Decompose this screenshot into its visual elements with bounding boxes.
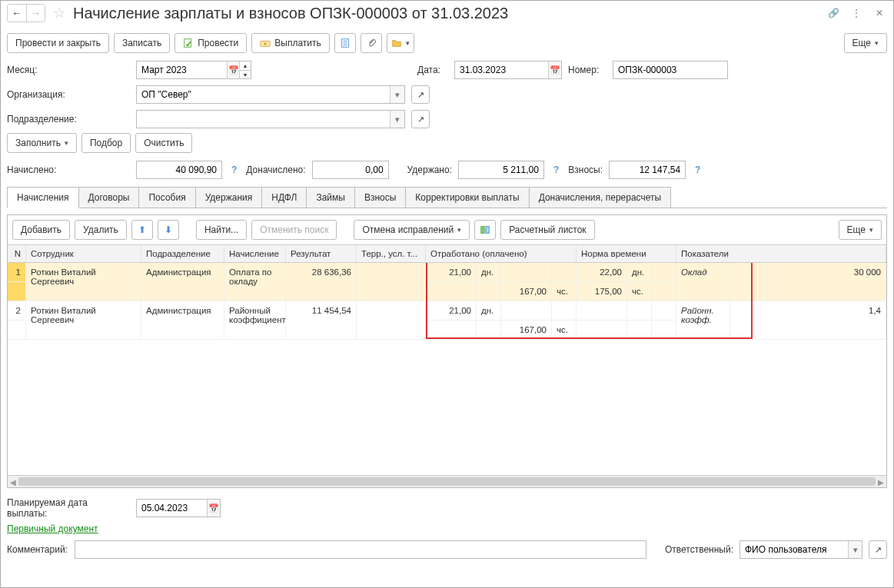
table-row[interactable]: 1 Роткин Виталий Сергеевич Администрация… — [8, 263, 886, 301]
calendar-icon[interactable]: 📅 — [548, 61, 561, 78]
calendar-icon[interactable]: 📅 — [227, 61, 239, 78]
comment-label: Комментарий: — [7, 544, 68, 555]
extra-value — [313, 161, 388, 178]
report-button[interactable] — [334, 33, 356, 53]
more-button[interactable]: Еще▾ — [844, 33, 887, 53]
grid-more-button[interactable]: Еще▾ — [839, 220, 882, 240]
tab-ndfl[interactable]: НДФЛ — [261, 187, 307, 208]
contrib-value — [610, 161, 685, 178]
tab-contracts[interactable]: Договоры — [78, 187, 140, 208]
save-label: Записать — [122, 38, 161, 48]
scroll-left-icon[interactable]: ◀ — [8, 476, 18, 488]
accruals-grid: Добавить Удалить ⬆ ⬇ Найти... Отменить п… — [7, 214, 887, 488]
org-input[interactable] — [137, 86, 390, 103]
cell-terr — [357, 263, 426, 301]
folder-dropdown-button[interactable]: ▾ — [387, 33, 414, 53]
nav-buttons: ← → — [7, 4, 45, 22]
help-icon[interactable]: ? — [228, 164, 240, 175]
primary-doc-link[interactable]: Первичный документ — [7, 523, 98, 534]
grid-delete-button[interactable]: Удалить — [75, 220, 127, 240]
spin-up-icon[interactable]: ▲ — [240, 61, 251, 70]
month-input[interactable] — [137, 61, 227, 78]
responsible-input[interactable] — [740, 541, 848, 558]
tab-loans[interactable]: Займы — [306, 187, 355, 208]
date-input[interactable] — [455, 61, 548, 78]
tab-corrections[interactable]: Корректировки выплаты — [405, 187, 529, 208]
cell-worked-hours: 167,00 — [501, 282, 552, 301]
close-icon[interactable]: ✕ — [872, 5, 887, 21]
grid-columns-button[interactable] — [474, 220, 496, 240]
grid-move-down-button[interactable]: ⬇ — [158, 220, 179, 240]
favorite-star-icon[interactable]: ☆ — [50, 5, 68, 22]
scroll-right-icon[interactable]: ▶ — [876, 476, 886, 488]
dept-open-button[interactable]: ↗ — [411, 110, 430, 128]
grid-move-up-button[interactable]: ⬆ — [131, 220, 153, 240]
dropdown-icon[interactable]: ▾ — [390, 86, 404, 103]
col-indicators[interactable]: Показатели — [676, 245, 886, 262]
spin-down-icon[interactable]: ▼ — [240, 70, 251, 78]
cell-n: 2 — [8, 301, 26, 321]
responsible-field[interactable]: ▾ — [739, 540, 862, 559]
table-row[interactable]: 2 Роткин Виталий Сергеевич Администрация… — [8, 301, 886, 340]
clear-button[interactable]: Очистить — [135, 133, 192, 153]
col-n[interactable]: N — [8, 245, 26, 262]
dropdown-icon[interactable]: ▾ — [848, 541, 862, 558]
dept-input[interactable] — [137, 111, 390, 128]
grid-find-button[interactable]: Найти... — [196, 220, 247, 240]
col-dept[interactable]: Подразделение — [141, 245, 224, 262]
responsible-open-button[interactable]: ↗ — [869, 540, 887, 559]
cell-gap — [652, 301, 676, 321]
comment-field[interactable] — [75, 540, 646, 559]
pick-button[interactable]: Подбор — [81, 133, 131, 153]
col-result[interactable]: Результат — [286, 245, 357, 262]
calendar-icon[interactable]: 📅 — [207, 500, 220, 517]
tab-contributions[interactable]: Взносы — [354, 187, 406, 208]
post-button[interactable]: Провести — [174, 33, 247, 53]
nav-back-button[interactable]: ← — [8, 5, 26, 22]
dropdown-icon[interactable]: ▾ — [390, 111, 404, 128]
col-employee[interactable]: Сотрудник — [26, 245, 141, 262]
dept-field[interactable]: ▾ — [136, 110, 405, 128]
org-open-button[interactable]: ↗ — [411, 85, 430, 104]
org-field[interactable]: ▾ — [136, 85, 405, 104]
planned-date-label: Планируемая дата выплаты: — [7, 497, 130, 519]
planned-date-input[interactable] — [137, 500, 207, 517]
col-accrual[interactable]: Начисление — [224, 245, 286, 262]
tab-accruals[interactable]: Начисления — [7, 187, 79, 208]
tab-recalc[interactable]: Доначисления, перерасчеты — [529, 187, 671, 208]
nav-forward-button[interactable]: → — [26, 5, 45, 22]
grid-cancel-find-button[interactable]: Отменить поиск — [251, 220, 337, 240]
save-button[interactable]: Записать — [114, 33, 170, 53]
col-norm[interactable]: Норма времени — [577, 245, 676, 262]
col-terr[interactable]: Терр., усл. т... — [357, 245, 426, 262]
document-icon — [340, 38, 351, 48]
grid-body[interactable]: 1 Роткин Виталий Сергеевич Администрация… — [8, 263, 886, 475]
date-field[interactable]: 📅 — [454, 61, 562, 79]
col-worked[interactable]: Отработано (оплачено) — [426, 245, 577, 262]
month-field[interactable]: 📅 ▲ ▼ — [136, 61, 251, 79]
kebab-menu-icon[interactable]: ⋮ — [849, 5, 864, 21]
grid-payslip-button[interactable]: Расчетный листок — [500, 220, 594, 240]
link-icon[interactable]: 🔗 — [826, 5, 841, 21]
grid-hscrollbar[interactable]: ◀ ▶ — [8, 475, 886, 487]
tab-benefits[interactable]: Пособия — [138, 187, 195, 208]
cell-dept: Администрация — [141, 301, 224, 340]
comment-input[interactable] — [75, 541, 646, 558]
number-field[interactable] — [613, 61, 728, 79]
planned-date-field[interactable]: 📅 — [136, 499, 221, 517]
number-input[interactable] — [613, 61, 727, 78]
help-icon[interactable]: ? — [550, 164, 562, 175]
grid-add-button[interactable]: Добавить — [12, 220, 70, 240]
attach-button[interactable] — [361, 33, 382, 53]
help-icon[interactable]: ? — [692, 164, 703, 175]
scroll-thumb[interactable] — [18, 477, 876, 486]
more-label: Еще — [852, 38, 871, 48]
fill-button[interactable]: Заполнить▾ — [7, 133, 77, 153]
grid-cancel-corrections-button[interactable]: Отмена исправлений▾ — [354, 220, 470, 240]
cell-indicator: Оклад — [676, 263, 730, 301]
tab-deductions[interactable]: Удержания — [195, 187, 263, 208]
caret-down-icon: ▾ — [406, 39, 410, 47]
pay-button[interactable]: Выплатить — [251, 33, 330, 53]
post-and-close-button[interactable]: Провести и закрыть — [7, 33, 109, 53]
cell-norm-hours-unit — [627, 321, 652, 340]
